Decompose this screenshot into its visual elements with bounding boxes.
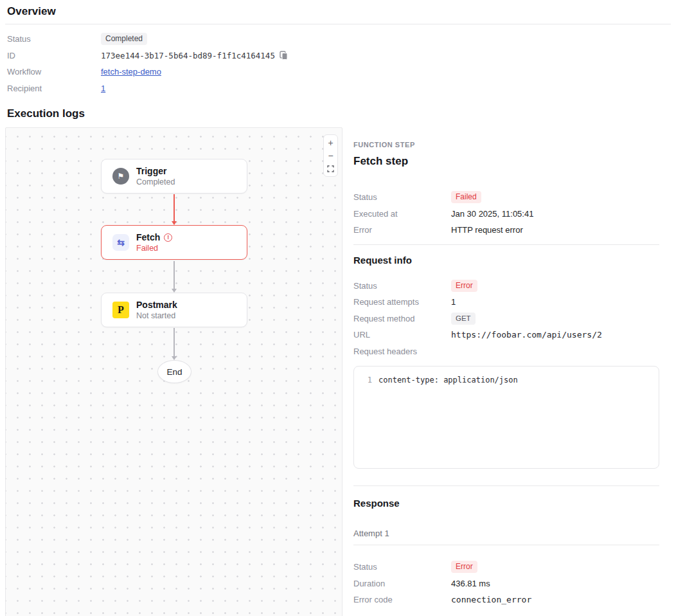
workflow-link[interactable]: fetch-step-demo [101, 67, 161, 77]
page-title: Overview [5, 5, 671, 18]
id-value: 173ee144-3b17-5b64-bd89-f1f1c4164145 [101, 51, 275, 60]
canvas-controls: + − [323, 134, 338, 177]
attempt-label: Attempt 1 [353, 529, 659, 538]
step-type-label: FUNCTION STEP [353, 141, 659, 149]
response-status-badge: Error [451, 561, 477, 573]
workflow-label: Workflow [7, 67, 101, 77]
step-status-badge: Failed [451, 191, 481, 203]
node-title: Postmark [136, 300, 177, 311]
node-end[interactable]: End [157, 360, 191, 383]
status-label: Status [7, 34, 101, 44]
node-trigger[interactable]: ⚑ Trigger Completed [101, 159, 247, 194]
step-row-error: Error HTTP request error [353, 222, 659, 239]
response-row-error-code: Error code connection_error [353, 592, 659, 608]
edge-postmark-end [173, 328, 175, 359]
request-row-status: Status Error [353, 278, 659, 294]
copy-icon[interactable] [280, 51, 288, 60]
response-title: Response [353, 498, 659, 509]
edge-fetch-postmark [173, 261, 175, 292]
request-attempts-value: 1 [451, 297, 456, 307]
recipient-link[interactable]: 1 [101, 84, 105, 93]
edge-trigger-fetch [173, 194, 175, 224]
error-icon: ! [164, 233, 172, 242]
executed-at-value: Jan 30 2025, 11:05:41 [451, 209, 533, 219]
overview-row-id: ID 173ee144-3b17-5b64-bd89-f1f1c4164145 [5, 48, 671, 64]
overview-rows: Status Completed ID 173ee144-3b17-5b64-b… [5, 31, 671, 96]
request-row-method: Request method GET [353, 311, 659, 327]
workflow-canvas[interactable]: ⚑ Trigger Completed ⇆ Fetch ! Failed [5, 127, 342, 616]
request-headers-code-editor: 1 content-type: application/json [353, 366, 659, 469]
zoom-out-button[interactable]: − [325, 149, 337, 162]
error-code-value: connection_error [451, 595, 531, 604]
execution-logs-title: Execution logs [5, 107, 671, 120]
divider [353, 244, 659, 245]
flag-icon: ⚑ [112, 168, 129, 185]
duration-value: 436.81 ms [451, 579, 490, 588]
node-status: Not started [136, 311, 177, 321]
code-line: 1 content-type: application/json [354, 375, 659, 385]
request-info-title: Request info [353, 255, 659, 266]
request-row-attempts: Request attempts 1 [353, 294, 659, 311]
overview-row-workflow: Workflow fetch-step-demo [5, 64, 671, 80]
fit-view-icon [327, 165, 334, 172]
request-status-badge: Error [451, 280, 477, 292]
divider [353, 545, 659, 545]
overview-row-status: Status Completed [5, 31, 671, 48]
id-label: ID [7, 51, 101, 60]
response-row-duration: Duration 436.81 ms [353, 575, 659, 592]
recipient-label: Recipient [7, 84, 101, 93]
execution-detail-page: Overview Status Completed ID 173ee144-3b… [0, 0, 676, 616]
postmark-icon: P [112, 302, 129, 318]
step-title: Fetch step [353, 155, 659, 168]
node-status: Failed [136, 243, 172, 253]
fit-view-button[interactable] [325, 162, 337, 175]
node-postmark[interactable]: P Postmark Not started [101, 293, 247, 327]
step-detail-panel: FUNCTION STEP Fetch step Status Failed E… [342, 127, 671, 616]
divider [5, 24, 671, 24]
overview-row-recipient: Recipient 1 [5, 80, 671, 97]
error-value: HTTP request error [451, 225, 523, 235]
code-text: content-type: application/json [378, 375, 518, 385]
step-row-status: Status Failed [353, 189, 659, 206]
divider [353, 485, 659, 486]
node-title: Trigger [136, 166, 175, 177]
node-status: Completed [136, 177, 175, 187]
execution-logs-body: ⚑ Trigger Completed ⇆ Fetch ! Failed [5, 127, 671, 616]
node-title: Fetch [136, 232, 160, 243]
request-row-url: URL https://foobar.com/api/users/2 [353, 327, 659, 343]
request-method-badge: GET [451, 313, 476, 325]
line-number: 1 [354, 375, 378, 385]
request-url-value: https://foobar.com/api/users/2 [451, 330, 602, 340]
node-fetch[interactable]: ⇆ Fetch ! Failed [101, 225, 247, 260]
status-badge: Completed [101, 33, 147, 45]
zoom-in-button[interactable]: + [325, 136, 337, 149]
response-row-status: Status Error [353, 559, 659, 575]
swap-icon: ⇆ [112, 234, 129, 251]
request-row-headers: Request headers [353, 343, 659, 360]
step-row-executed: Executed at Jan 30 2025, 11:05:41 [353, 206, 659, 222]
